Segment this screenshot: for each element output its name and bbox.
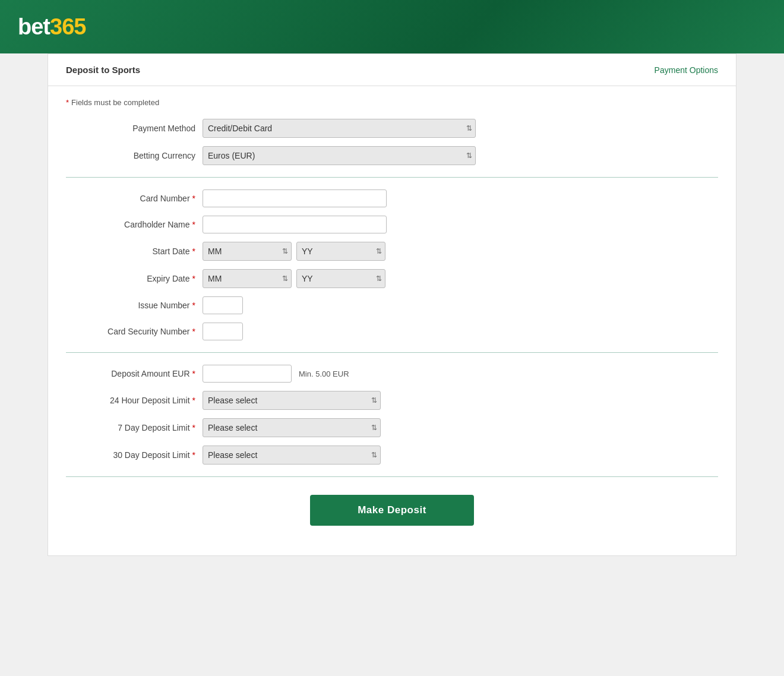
deposit-7d-select-wrapper: Please select <box>203 418 381 437</box>
start-year-wrapper: YY <box>296 242 385 261</box>
logo-bet: bet <box>18 14 50 39</box>
form-wrapper: *Fields must be completed Payment Method… <box>48 86 736 555</box>
card-security-input[interactable] <box>203 323 243 340</box>
card-number-row: Card Number* <box>66 189 718 207</box>
card-number-input[interactable] <box>203 189 387 207</box>
cardholder-name-row: Cardholder Name* <box>66 216 718 233</box>
betting-currency-select[interactable]: Euros (EUR) <box>203 146 476 165</box>
make-deposit-button[interactable]: Make Deposit <box>310 495 474 526</box>
deposit-30d-row: 30 Day Deposit Limit* Please select <box>66 446 718 465</box>
card-security-label: Card Security Number* <box>66 327 203 336</box>
deposit-7d-label: 7 Day Deposit Limit* <box>66 423 203 432</box>
deposit-24h-row: 24 Hour Deposit Limit* Please select <box>66 391 718 410</box>
expiry-date-label: Expiry Date* <box>66 274 203 283</box>
issue-number-row: Issue Number* <box>66 296 718 314</box>
page-container: Deposit to Sports Payment Options *Field… <box>48 53 736 556</box>
required-star: * <box>66 98 69 107</box>
deposit-amount-label: Deposit Amount EUR* <box>66 369 203 378</box>
divider-2 <box>66 352 718 353</box>
deposit-24h-select[interactable]: Please select <box>203 391 381 410</box>
deposit-7d-select[interactable]: Please select <box>203 418 381 437</box>
deposit-hint: Min. 5.00 EUR <box>299 369 349 378</box>
betting-currency-label: Betting Currency <box>66 151 203 160</box>
betting-currency-select-wrapper: Euros (EUR) <box>203 146 476 165</box>
expiry-month-select[interactable]: MM <box>203 269 292 288</box>
issue-number-input[interactable] <box>203 296 243 314</box>
payment-options-link[interactable]: Payment Options <box>655 65 718 75</box>
cardholder-name-input[interactable] <box>203 216 387 233</box>
payment-method-select[interactable]: Credit/Debit Card <box>203 119 476 138</box>
start-month-wrapper: MM <box>203 242 292 261</box>
page-header: Deposit to Sports Payment Options <box>48 54 736 86</box>
deposit-30d-label: 30 Day Deposit Limit* <box>66 450 203 460</box>
issue-number-label: Issue Number* <box>66 301 203 310</box>
site-header: bet365 <box>0 0 784 53</box>
expiry-month-wrapper: MM <box>203 269 292 288</box>
deposit-24h-select-wrapper: Please select <box>203 391 381 410</box>
divider-3 <box>66 476 718 477</box>
payment-method-row: Payment Method Credit/Debit Card <box>66 119 718 138</box>
expiry-year-wrapper: YY <box>296 269 385 288</box>
payment-method-select-wrapper: Credit/Debit Card <box>203 119 476 138</box>
required-notice: *Fields must be completed <box>66 98 718 107</box>
deposit-7d-row: 7 Day Deposit Limit* Please select <box>66 418 718 437</box>
cardholder-name-label: Cardholder Name* <box>66 220 203 229</box>
start-year-select[interactable]: YY <box>296 242 385 261</box>
deposit-amount-row: Deposit Amount EUR* Min. 5.00 EUR <box>66 365 718 383</box>
payment-method-label: Payment Method <box>66 124 203 133</box>
card-number-label: Card Number* <box>66 194 203 203</box>
logo-365: 365 <box>50 14 86 39</box>
deposit-amount-input[interactable] <box>203 365 292 383</box>
start-date-label: Start Date* <box>66 247 203 256</box>
divider-1 <box>66 177 718 178</box>
card-security-row: Card Security Number* <box>66 323 718 340</box>
page-title: Deposit to Sports <box>66 65 140 75</box>
betting-currency-row: Betting Currency Euros (EUR) <box>66 146 718 165</box>
start-date-group: MM YY <box>203 242 385 261</box>
expiry-date-row: Expiry Date* MM YY <box>66 269 718 288</box>
expiry-year-select[interactable]: YY <box>296 269 385 288</box>
expiry-date-group: MM YY <box>203 269 385 288</box>
site-logo: bet365 <box>18 14 86 40</box>
deposit-30d-select-wrapper: Please select <box>203 446 381 465</box>
start-month-select[interactable]: MM <box>203 242 292 261</box>
start-date-row: Start Date* MM YY <box>66 242 718 261</box>
deposit-24h-label: 24 Hour Deposit Limit* <box>66 396 203 405</box>
deposit-30d-select[interactable]: Please select <box>203 446 381 465</box>
